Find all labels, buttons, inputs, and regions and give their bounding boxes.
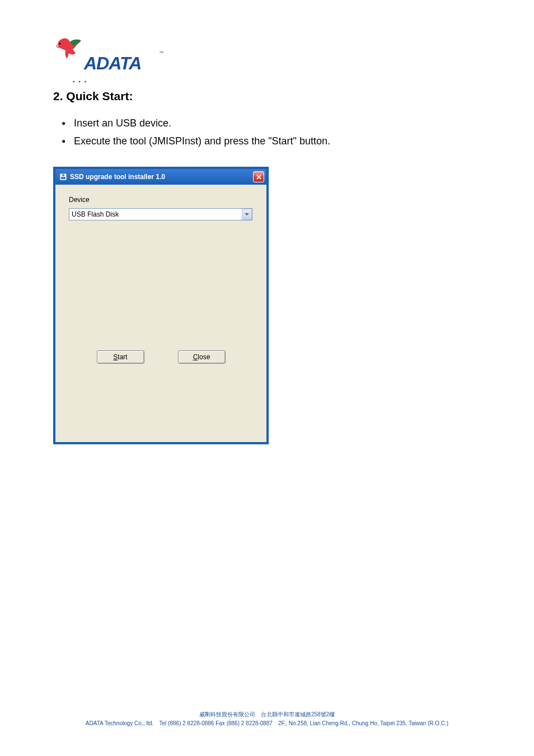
tm-mark: ™ [159,50,163,55]
dialog-body: Device Start Close [55,185,266,442]
start-button[interactable]: Start [97,350,144,364]
footer-line1: 威剛科技股份有限公司 台北縣中和市連城路258號2樓 [0,710,534,719]
button-row: Start Close [55,350,266,364]
dialog-title: SSD upgrade tool installer 1.0 [70,173,165,181]
hummingbird-icon [53,34,87,67]
logo-pixels: ▪ ▪ ▪ [73,78,87,84]
installer-icon [59,172,68,181]
section-title-text: Quick Start: [66,90,133,102]
section-title: 2. Quick Start: [53,90,481,103]
title-bar: SSD upgrade tool installer 1.0 ✕ [55,169,266,185]
adata-logo: ADATA ™ ▪ ▪ ▪ [53,34,481,87]
chevron-down-icon[interactable] [242,209,252,220]
svg-point-0 [59,43,61,45]
adata-brand-text: ADATA [84,53,141,74]
device-dropdown[interactable] [69,208,252,220]
footer-line2: ADATA Technology Co., ltd. Tel (886) 2 8… [0,719,534,728]
instruction-item: Insert an USB device. [62,114,481,132]
page-footer: 威剛科技股份有限公司 台北縣中和市連城路258號2樓 ADATA Technol… [0,710,534,728]
svg-point-3 [62,174,64,176]
svg-rect-2 [61,177,65,179]
installer-dialog: SSD upgrade tool installer 1.0 ✕ Device … [53,167,269,444]
device-label: Device [69,196,253,204]
close-window-button[interactable]: ✕ [253,171,264,182]
device-input[interactable] [69,208,252,220]
instruction-list: Insert an USB device. Execute the tool (… [62,114,481,150]
close-button[interactable]: Close [178,350,226,364]
section-number: 2. [53,90,63,102]
instruction-item: Execute the tool (JMISPInst) and press t… [62,132,481,150]
close-icon: ✕ [256,173,262,181]
